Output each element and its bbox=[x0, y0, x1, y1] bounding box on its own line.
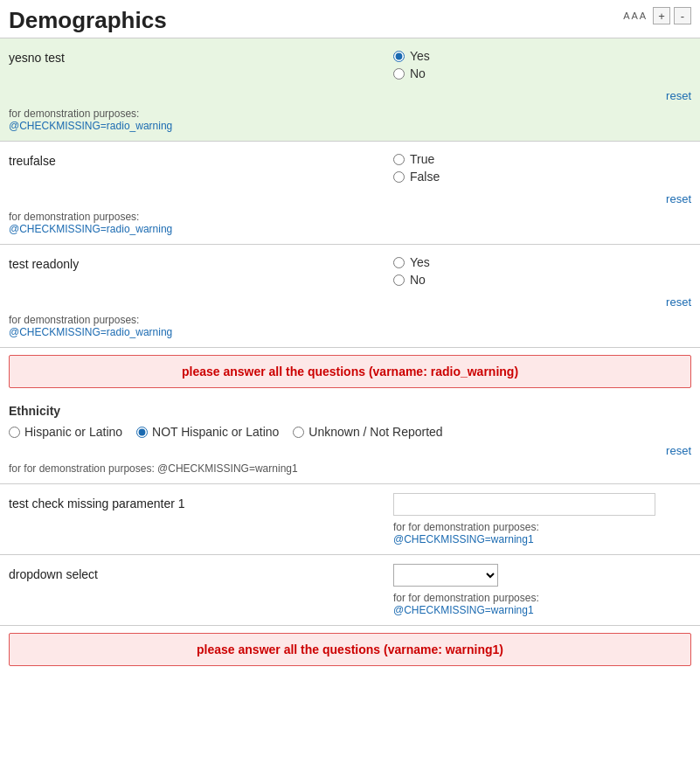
dropdown-select[interactable] bbox=[393, 564, 498, 587]
yesno-demo: for demonstration purposes: @CHECKMISSIN… bbox=[0, 106, 700, 141]
readonly-yes-label: Yes bbox=[410, 255, 430, 269]
treufalse-true-radio[interactable] bbox=[393, 154, 405, 165]
yesno-no-label: No bbox=[410, 66, 426, 80]
yesno-label: yesno test bbox=[9, 49, 393, 65]
yesno-no-option[interactable]: No bbox=[393, 66, 691, 80]
yesno-controls: Yes No bbox=[393, 49, 691, 84]
ethnicity-hispanic-option[interactable]: Hispanic or Latino bbox=[9, 425, 122, 439]
treufalse-label: treufalse bbox=[9, 152, 393, 168]
ethnicity-not-hispanic-option[interactable]: NOT Hispanic or Latino bbox=[136, 425, 279, 439]
readonly-no-option[interactable]: No bbox=[393, 273, 691, 287]
yesno-yes-radio[interactable] bbox=[393, 51, 405, 62]
readonly-yes-option[interactable]: Yes bbox=[393, 255, 691, 269]
page-header: Demographics A A A + - bbox=[0, 0, 700, 38]
page-title: Demographics bbox=[9, 7, 167, 34]
treufalse-demo-var: @CHECKMISSING=radio_warning bbox=[9, 223, 691, 235]
readonly-no-label: No bbox=[410, 273, 426, 287]
zoom-out-button[interactable]: - bbox=[674, 7, 691, 24]
readonly-no-radio[interactable] bbox=[393, 274, 405, 286]
ethnicity-not-hispanic-radio[interactable] bbox=[136, 427, 148, 438]
dropdown-row: dropdown select bbox=[0, 555, 700, 590]
dropdown-section: dropdown select for for demonstration pu… bbox=[0, 555, 700, 626]
treufalse-reset[interactable]: reset bbox=[0, 191, 700, 209]
ethnicity-demo: for for demonstration purposes: @CHECKMI… bbox=[0, 461, 700, 483]
readonly-label: test readonly bbox=[9, 255, 393, 271]
readonly-demo: for demonstration purposes: @CHECKMISSIN… bbox=[0, 312, 700, 347]
ethnicity-inner: Ethnicity Hispanic or Latino NOT Hispani… bbox=[0, 395, 700, 442]
yesno-field-row: yesno test Yes No bbox=[0, 38, 700, 87]
dropdown-demo: for for demonstration purposes: @CHECKMI… bbox=[0, 590, 700, 625]
ethnicity-title: Ethnicity bbox=[9, 404, 691, 418]
ethnicity-reset[interactable]: reset bbox=[0, 442, 700, 461]
treufalse-field-row: treufalse True False bbox=[0, 142, 700, 191]
treufalse-true-label: True bbox=[410, 152, 434, 166]
check-missing-label: test check missing paramenter 1 bbox=[9, 493, 393, 510]
treufalse-false-radio[interactable] bbox=[393, 171, 405, 183]
yesno-section: yesno test Yes No reset for demonstratio… bbox=[0, 38, 700, 142]
check-missing-row: test check missing paramenter 1 bbox=[0, 484, 700, 519]
readonly-controls: Yes No bbox=[393, 255, 691, 290]
ethnicity-unknown-radio[interactable] bbox=[293, 427, 304, 438]
ethnicity-hispanic-radio[interactable] bbox=[9, 427, 20, 438]
ethnicity-radios: Hispanic or Latino NOT Hispanic or Latin… bbox=[9, 425, 691, 439]
check-missing-demo-var: @CHECKMISSING=warning1 bbox=[393, 533, 691, 545]
yesno-reset[interactable]: reset bbox=[0, 87, 700, 106]
ethnicity-hispanic-label: Hispanic or Latino bbox=[24, 425, 122, 439]
check-missing-demo: for for demonstration purposes: @CHECKMI… bbox=[0, 519, 700, 554]
ethnicity-unknown-label: Unknown / Not Reported bbox=[308, 425, 442, 439]
treufalse-false-option[interactable]: False bbox=[393, 170, 691, 184]
dropdown-demo-var: @CHECKMISSING=warning1 bbox=[393, 604, 691, 616]
ethnicity-section: Ethnicity Hispanic or Latino NOT Hispani… bbox=[0, 395, 700, 484]
ethnicity-demo-text: for for demonstration purposes: @CHECKMI… bbox=[9, 462, 298, 475]
readonly-yes-radio[interactable] bbox=[393, 257, 405, 268]
readonly-field-row: test readonly Yes No bbox=[0, 245, 700, 294]
readonly-section: test readonly Yes No reset for demonstra… bbox=[0, 245, 700, 348]
zoom-in-button[interactable]: + bbox=[653, 7, 670, 24]
yesno-no-radio[interactable] bbox=[393, 68, 405, 80]
yesno-yes-option[interactable]: Yes bbox=[393, 49, 691, 63]
readonly-reset[interactable]: reset bbox=[0, 294, 700, 312]
ethnicity-not-hispanic-label: NOT Hispanic or Latino bbox=[152, 425, 279, 439]
yesno-yes-label: Yes bbox=[410, 49, 430, 63]
ethnicity-unknown-option[interactable]: Unknown / Not Reported bbox=[293, 425, 442, 439]
treufalse-demo: for demonstration purposes: @CHECKMISSIN… bbox=[0, 209, 700, 244]
yesno-demo-var: @CHECKMISSING=radio_warning bbox=[9, 120, 691, 132]
treufalse-true-option[interactable]: True bbox=[393, 152, 691, 166]
check-missing-input[interactable] bbox=[393, 493, 655, 516]
dropdown-label: dropdown select bbox=[9, 564, 393, 581]
warning-bar-2: please answer all the questions (varname… bbox=[9, 633, 691, 666]
check-missing-section: test check missing paramenter 1 for for … bbox=[0, 484, 700, 555]
treufalse-controls: True False bbox=[393, 152, 691, 187]
readonly-demo-var: @CHECKMISSING=radio_warning bbox=[9, 326, 691, 338]
warning-bar-1: please answer all the questions (varname… bbox=[9, 355, 691, 388]
treufalse-false-label: False bbox=[410, 170, 440, 184]
font-controls: A A A + - bbox=[623, 7, 691, 24]
treufalse-section: treufalse True False reset for demonstra… bbox=[0, 142, 700, 245]
font-size-label: A A A bbox=[623, 10, 646, 21]
